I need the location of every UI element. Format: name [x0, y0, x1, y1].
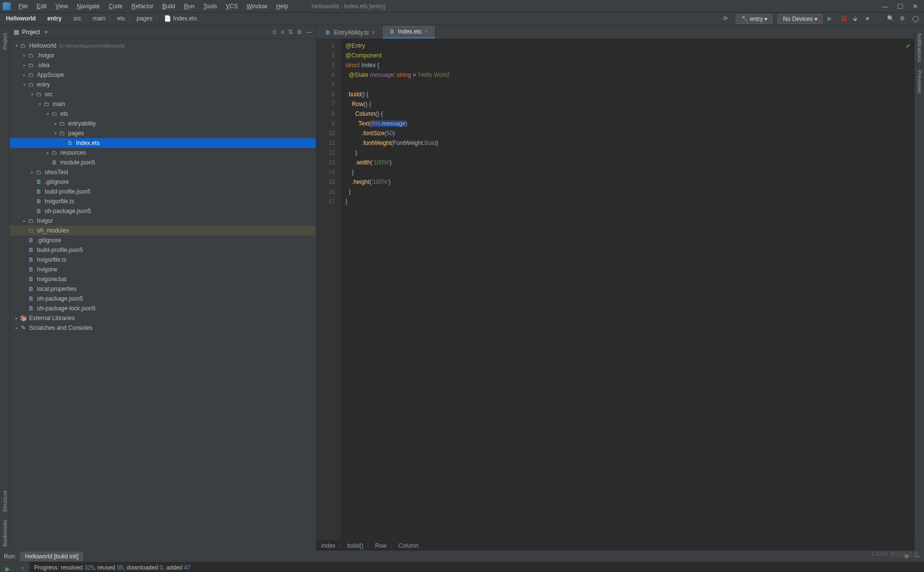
tree-item-resources[interactable]: ▸🗀resources — [10, 148, 316, 158]
window-title: Helloworld - Index.ets [entry] — [292, 3, 882, 10]
tree-item-local-properties[interactable]: 🗎local.properties — [10, 284, 316, 294]
sidetab-structure[interactable]: Structure — [2, 490, 8, 512]
search-icon[interactable]: 🔍 — [887, 15, 895, 23]
tree-item--gitignore[interactable]: 🗎.gitignore — [10, 235, 316, 245]
tree-item-hvigorw-bat[interactable]: 🗎hvigorw.bat — [10, 274, 316, 284]
tree-item-oh-package-json5[interactable]: 🗎oh-package.json5 — [10, 294, 316, 304]
menu-navigate[interactable]: Navigate — [73, 1, 104, 11]
menu-view[interactable]: View — [52, 1, 72, 11]
menu-window[interactable]: Window — [243, 1, 272, 11]
tree-item-src[interactable]: ▾🗀src — [10, 89, 316, 99]
debug-icon[interactable]: 🐞 — [840, 15, 848, 23]
tree-item-hvigorfile-ts[interactable]: 🗎hvigorfile.ts — [10, 197, 316, 206]
settings-icon[interactable]: ⚙ — [900, 15, 907, 23]
menu-refactor[interactable]: Refactor — [127, 1, 157, 11]
module-selector[interactable]: 🔨 entry ▾ — [736, 14, 773, 24]
menu-code[interactable]: Code — [105, 1, 127, 11]
sync-icon[interactable]: ⟳ — [723, 15, 731, 23]
code-crumb[interactable]: Index — [321, 542, 335, 549]
breadcrumb-item[interactable]: Helloworld — [4, 15, 37, 22]
menu-tools[interactable]: Tools — [199, 1, 221, 11]
breadcrumb: Helloworld〉entry〉src〉main〉ets〉pages〉📄 In… — [4, 15, 199, 23]
run-label: Run: — [4, 553, 16, 560]
breadcrumb-item[interactable]: src — [72, 15, 83, 22]
menu-help[interactable]: Help — [272, 1, 292, 11]
collapse-icon[interactable]: ⇅ — [288, 29, 293, 36]
breadcrumb-item[interactable]: ets — [115, 15, 127, 22]
project-panel-label[interactable]: Project — [19, 28, 43, 36]
close-tab-icon[interactable]: × — [425, 28, 428, 35]
tree-item-helloworld[interactable]: ▾🗀HelloworldD:\devarktszone\Helloworld — [10, 41, 316, 51]
editor-tab-entryability-ts[interactable]: 🗎EntryAbility.ts× — [318, 27, 382, 38]
menu-run[interactable]: Run — [180, 1, 199, 11]
tree-item-hvigor[interactable]: ▸🗀hvigor — [10, 216, 316, 226]
line-gutter: 1234567891011121314151617 — [316, 39, 341, 540]
rerun-icon[interactable]: ▶ — [5, 565, 10, 572]
code-crumb[interactable]: build() — [347, 542, 363, 549]
expand-icon[interactable]: ≡ — [281, 29, 284, 36]
tree-item-external-libraries[interactable]: ▸📚External Libraries — [10, 313, 316, 323]
tree-item-build-profile-json5[interactable]: 🗎build-profile.json5 — [10, 187, 316, 197]
tree-item-oh-package-lock-json5[interactable]: 🗎oh-package-lock.json5 — [10, 304, 316, 313]
project-tree[interactable]: ▾🗀HelloworldD:\devarktszone\Helloworld▸🗀… — [10, 39, 316, 551]
tree-item--gitignore[interactable]: 🗎.gitignore — [10, 177, 316, 187]
close-tab-icon[interactable]: × — [372, 29, 375, 36]
gear-icon[interactable]: ⚙ — [297, 29, 302, 36]
tree-item-scratches-and-consoles[interactable]: ▸✎Scratches and Consoles — [10, 323, 316, 333]
breadcrumb-item[interactable]: pages — [135, 15, 155, 22]
menu-file[interactable]: File — [15, 1, 32, 11]
menu-vcs[interactable]: VCS — [222, 1, 242, 11]
breadcrumb-item[interactable]: main — [91, 15, 108, 22]
menu-build[interactable]: Build — [158, 1, 179, 11]
tree-item-oh-modules[interactable]: 🗀oh_modules — [10, 226, 316, 235]
run-config-tab[interactable]: Helloworld [build init] — [20, 552, 83, 561]
watermark: CSDN @沉水之木 — [871, 550, 919, 558]
device-selector[interactable]: No Devices ▾ — [778, 14, 823, 24]
code-editor[interactable]: @Entry @Component struct Index { @State … — [341, 39, 914, 540]
tree-item-entry[interactable]: ▾🗀entry — [10, 80, 316, 89]
chevron-down-icon[interactable]: ▾ — [45, 29, 48, 36]
tree-item-oh-package-json5[interactable]: 🗎oh-package.json5 — [10, 206, 316, 216]
tree-item-appscope[interactable]: ▸🗀AppScope — [10, 70, 316, 80]
tree-item--hvigor[interactable]: ▸🗀.hvigor — [10, 51, 316, 60]
up-icon[interactable]: ↑ — [21, 565, 24, 572]
tree-item-ohostest[interactable]: ▸🗀ohosTest — [10, 167, 316, 177]
code-breadcrumbs[interactable]: Index〉build()〉Row〉Column — [316, 540, 914, 551]
attach-icon[interactable]: ⬙ — [853, 15, 861, 23]
tree-item-hvigorw[interactable]: 🗎hvigorw — [10, 265, 316, 274]
tree-item-main[interactable]: ▾🗀main — [10, 99, 316, 109]
tree-item-entryability[interactable]: ▸🗀entryability — [10, 119, 316, 128]
project-panel-icon: ▦ — [14, 29, 19, 36]
run-console[interactable]: Progress: resolved 325, reused 55, downl… — [29, 562, 924, 572]
sidetab-project[interactable]: Project — [2, 33, 8, 50]
tree-item-build-profile-json5[interactable]: 🗎build-profile.json5 — [10, 245, 316, 255]
breadcrumb-item[interactable]: entry — [45, 15, 63, 22]
main-menu: FileEditViewNavigateCodeRefactorBuildRun… — [15, 1, 292, 11]
tree-item-index-ets[interactable]: 🗎Index.ets — [10, 138, 316, 148]
tree-item-hvigorfile-ts[interactable]: 🗎hvigorfile.ts — [10, 255, 316, 265]
run-icon[interactable]: ▶ — [828, 15, 835, 23]
app-logo-icon — [3, 2, 11, 10]
sidetab-bookmarks[interactable]: Bookmarks — [2, 520, 8, 547]
breadcrumb-item[interactable]: 📄 Index.ets — [162, 15, 199, 22]
code-crumb[interactable]: Row — [375, 542, 387, 549]
sidetab-notifications[interactable]: Notifications — [917, 33, 923, 62]
profile-icon[interactable]: ◯ — [912, 15, 920, 23]
tree-item--idea[interactable]: ▸🗀.idea — [10, 60, 316, 70]
stop-icon[interactable]: ■ — [866, 15, 873, 23]
editor-tab-index-ets[interactable]: 🗎Index.ets× — [382, 26, 435, 38]
menu-edit[interactable]: Edit — [33, 1, 51, 11]
close-button[interactable]: ✕ — [912, 2, 918, 10]
select-opened-icon[interactable]: ⊙ — [272, 29, 277, 36]
tree-item-module-json5[interactable]: 🗎module.json5 — [10, 158, 316, 167]
code-crumb[interactable]: Column — [399, 542, 418, 549]
minimize-button[interactable]: — — [882, 2, 888, 10]
hide-icon[interactable]: — — [306, 29, 312, 36]
inspection-ok-icon: ✔ — [906, 42, 911, 50]
sidetab-previewer[interactable]: Previewer — [917, 70, 923, 94]
maximize-button[interactable]: ☐ — [897, 2, 904, 10]
editor-tabs: 🗎EntryAbility.ts×🗎Index.ets× — [316, 25, 914, 39]
tree-item-pages[interactable]: ▾🗀pages — [10, 128, 316, 138]
tree-item-ets[interactable]: ▾🗀ets — [10, 109, 316, 119]
